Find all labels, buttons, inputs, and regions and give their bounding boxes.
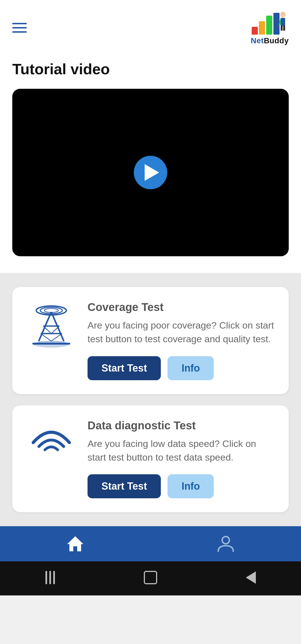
video-section: [0, 89, 301, 273]
page-title: Tutorial video: [12, 60, 289, 78]
coverage-card-content: Coverage Test Are you facing poor covera…: [88, 301, 275, 380]
back-button[interactable]: [243, 570, 259, 585]
page-title-section: Tutorial video: [0, 52, 301, 89]
coverage-start-test-button[interactable]: Start Test: [88, 356, 161, 380]
coverage-card-title: Coverage Test: [88, 301, 275, 313]
data-icon-area: [26, 419, 76, 456]
svg-point-24: [222, 537, 229, 544]
svg-point-11: [44, 308, 58, 312]
coverage-test-card: Coverage Test Are you facing poor covera…: [12, 287, 289, 394]
logo-text: NetBuddy: [251, 36, 289, 45]
cards-section: Coverage Test Are you facing poor covera…: [0, 273, 301, 526]
header: NetBuddy: [0, 0, 301, 52]
svg-rect-7: [281, 25, 283, 31]
hamburger-menu-button[interactable]: [12, 23, 27, 33]
data-diagnostic-card-description: Are you facing low data speed? Click on …: [88, 437, 275, 465]
svg-rect-8: [283, 25, 285, 31]
svg-point-4: [280, 12, 286, 17]
svg-line-16: [43, 326, 51, 334]
nav-profile-button[interactable]: [216, 534, 236, 554]
play-button[interactable]: [134, 156, 167, 189]
data-diagnostic-card-title: Data diagnostic Test: [88, 419, 275, 432]
coverage-icon-area: [26, 301, 76, 351]
data-diagnostic-card: Data diagnostic Test Are you facing low …: [12, 405, 289, 513]
bottom-navigation: [0, 526, 301, 561]
svg-rect-0: [252, 27, 258, 35]
play-icon: [145, 164, 159, 181]
svg-line-17: [51, 326, 59, 334]
svg-rect-3: [273, 13, 280, 35]
data-diagnostic-card-content: Data diagnostic Test Are you facing low …: [88, 419, 275, 499]
home-system-icon: [144, 571, 157, 584]
recents-button[interactable]: [42, 570, 58, 585]
profile-icon: [216, 534, 236, 554]
data-start-test-button[interactable]: Start Test: [88, 474, 161, 498]
recents-icon: [45, 571, 55, 584]
coverage-card-description: Are you facing poor coverage? Click on s…: [88, 319, 275, 346]
video-player[interactable]: [12, 89, 289, 256]
tower-icon: [29, 301, 74, 351]
svg-line-18: [41, 334, 51, 341]
home-icon: [65, 534, 85, 554]
nav-home-button[interactable]: [65, 534, 85, 554]
system-navigation-bar: [0, 561, 301, 595]
wifi-icon: [29, 419, 74, 456]
back-icon: [246, 571, 256, 584]
data-diagnostic-card-buttons: Start Test Info: [88, 474, 275, 498]
coverage-info-button[interactable]: Info: [168, 356, 214, 380]
app-logo: NetBuddy: [251, 10, 289, 45]
svg-rect-5: [281, 18, 285, 26]
svg-point-22: [33, 341, 69, 348]
data-info-button[interactable]: Info: [168, 474, 214, 498]
home-system-button[interactable]: [143, 570, 158, 585]
logo-graphic: [252, 10, 288, 35]
svg-marker-23: [67, 536, 83, 551]
svg-rect-2: [266, 16, 272, 35]
svg-line-19: [51, 334, 62, 341]
svg-rect-1: [259, 21, 265, 35]
coverage-card-buttons: Start Test Info: [88, 356, 275, 380]
